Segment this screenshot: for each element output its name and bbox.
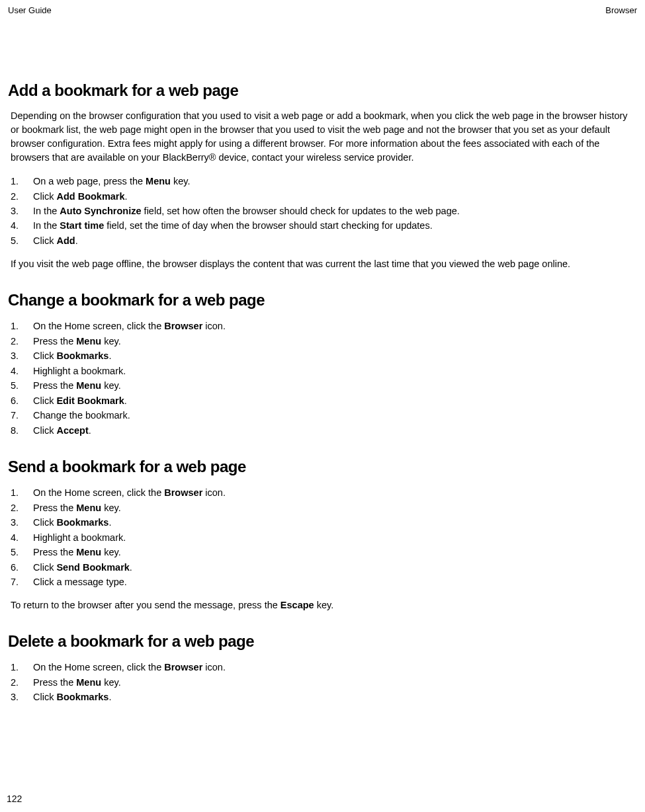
header-left: User Guide: [8, 5, 52, 15]
list-item: Press the Menu key.: [11, 334, 637, 348]
section-add-title: Add a bookmark for a web page: [8, 81, 637, 100]
list-item: On a web page, press the Menu key.: [11, 174, 637, 188]
list-item: In the Auto Synchronize field, set how o…: [11, 204, 637, 218]
list-item: Click Bookmarks.: [11, 515, 637, 530]
page-number: 122: [7, 793, 22, 804]
list-item: Click Bookmarks.: [11, 348, 637, 363]
section-send-after: To return to the browser after you send …: [11, 598, 637, 612]
section-add-steps: On a web page, press the Menu key. Click…: [11, 174, 637, 248]
section-change-title: Change a bookmark for a web page: [8, 291, 637, 309]
header-right: Browser: [605, 5, 637, 15]
list-item: On the Home screen, click the Browser ic…: [11, 485, 637, 500]
page-header: User Guide Browser: [8, 5, 637, 15]
list-item: Highlight a bookmark.: [11, 364, 637, 378]
list-item: Click Bookmarks.: [11, 690, 637, 704]
section-send-steps: On the Home screen, click the Browser ic…: [11, 485, 637, 589]
list-item: Change the bookmark.: [11, 408, 637, 423]
section-send-title: Send a bookmark for a web page: [8, 458, 637, 476]
list-item: Click Accept.: [11, 423, 637, 438]
list-item: Highlight a bookmark.: [11, 530, 637, 545]
section-add-intro: Depending on the browser configuration t…: [11, 109, 637, 165]
list-item: Press the Menu key.: [11, 545, 637, 559]
list-item: Click Edit Bookmark.: [11, 393, 637, 408]
list-item: Press the Menu key.: [11, 675, 637, 690]
list-item: Press the Menu key.: [11, 501, 637, 515]
list-item: Click Send Bookmark.: [11, 560, 637, 575]
section-add-after: If you visit the web page offline, the b…: [11, 257, 637, 271]
list-item: On the Home screen, click the Browser ic…: [11, 660, 637, 674]
section-delete-steps: On the Home screen, click the Browser ic…: [11, 660, 637, 704]
list-item: Click Add Bookmark.: [11, 189, 637, 204]
list-item: Press the Menu key.: [11, 378, 637, 393]
list-item: In the Start time field, set the time of…: [11, 218, 637, 233]
list-item: On the Home screen, click the Browser ic…: [11, 319, 637, 333]
section-change-steps: On the Home screen, click the Browser ic…: [11, 319, 637, 438]
list-item: Click Add.: [11, 233, 637, 248]
list-item: Click a message type.: [11, 575, 637, 589]
section-delete-title: Delete a bookmark for a web page: [8, 632, 637, 651]
